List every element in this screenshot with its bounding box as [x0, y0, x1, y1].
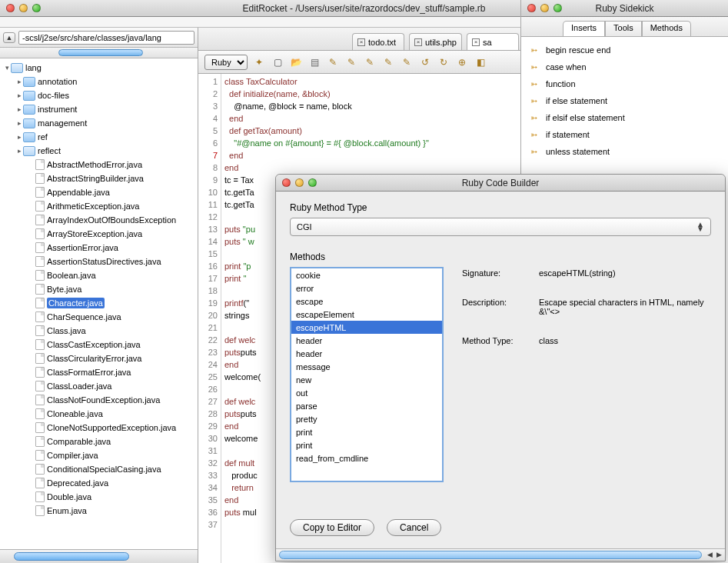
method-option[interactable]: read_from_cmdline	[291, 451, 442, 465]
tree-file[interactable]: Comparable.java	[0, 435, 198, 448]
tree-folder[interactable]: ▸doc-files	[0, 88, 198, 102]
tree-file[interactable]: ArithmeticException.java	[0, 199, 198, 213]
open-file-icon[interactable]: 📂	[289, 55, 303, 69]
tool-icon-1[interactable]: ✎	[326, 55, 340, 69]
path-up-button[interactable]: ▲	[3, 32, 15, 43]
tool-icon-2[interactable]: ✎	[344, 55, 358, 69]
method-option[interactable]: cookie	[291, 268, 442, 282]
method-option[interactable]: pretty	[291, 412, 442, 425]
tree-file[interactable]: ClassLoader.java	[0, 379, 198, 393]
sidekick-minimize-button[interactable]	[540, 4, 549, 12]
sidekick-insert-item[interactable]: ➳case when	[527, 58, 722, 75]
tree-file[interactable]: ArrayStoreException.java	[0, 227, 198, 241]
close-window-button[interactable]	[6, 4, 15, 12]
file-tree[interactable]: ▾lang▸annotation▸doc-files▸instrument▸ma…	[0, 58, 198, 549]
sidekick-insert-item[interactable]: ➳begin rescue end	[527, 42, 722, 58]
sidekick-insert-item[interactable]: ➳if else statement	[527, 92, 722, 109]
tree-file[interactable]: CloneNotSupportedException.java	[0, 421, 198, 435]
tree-file[interactable]: Byte.java	[0, 282, 198, 296]
tree-file[interactable]: Double.java	[0, 490, 198, 504]
insert-icon: ➳	[527, 95, 540, 106]
tool-icon-5[interactable]: ✎	[400, 55, 414, 69]
tree-file[interactable]: AbstractStringBuilder.java	[0, 172, 198, 185]
tree-file[interactable]: Character.java	[0, 296, 198, 310]
dialog-close-button[interactable]	[282, 178, 291, 187]
tree-folder[interactable]: ▸management	[0, 116, 198, 130]
close-tab-icon[interactable]: ×	[357, 38, 365, 46]
editor-tab[interactable]: ×utils.php	[409, 33, 462, 50]
sidekick-tab[interactable]: Tools	[605, 21, 642, 36]
dialog-minimize-button[interactable]	[295, 178, 304, 187]
method-option[interactable]: print	[291, 438, 442, 451]
cancel-button[interactable]: Cancel	[387, 519, 441, 536]
methods-listbox[interactable]: cookieerrorescapeescapeElementescapeHTML…	[290, 267, 444, 482]
sidekick-insert-item[interactable]: ➳unless statement	[527, 143, 722, 160]
method-option[interactable]: header	[291, 334, 442, 347]
method-option[interactable]: message	[291, 360, 442, 373]
insert-icon: ➳	[527, 129, 540, 140]
method-option[interactable]: parse	[291, 399, 442, 412]
sidekick-insert-item[interactable]: ➳if statement	[527, 126, 722, 143]
tree-folder[interactable]: ▸instrument	[0, 102, 198, 116]
tool-icon-7[interactable]: ↻	[437, 55, 450, 69]
tool-icon-9[interactable]: ◧	[474, 55, 487, 69]
tool-icon-4[interactable]: ✎	[381, 55, 395, 69]
tree-folder[interactable]: ▸annotation	[0, 75, 198, 88]
dialog-hscroll[interactable]: ◀ ▶	[276, 548, 725, 561]
path-scroll[interactable]	[0, 48, 198, 58]
tree-folder[interactable]: ▸ref	[0, 130, 198, 144]
tree-file[interactable]: CharSequence.java	[0, 310, 198, 324]
tree-file[interactable]: AbstractMethodError.java	[0, 158, 198, 172]
editor-tab[interactable]: ×todo.txt	[352, 33, 404, 50]
close-tab-icon[interactable]: ×	[414, 38, 422, 46]
method-option[interactable]: error	[291, 282, 442, 295]
tree-file[interactable]: ClassCastException.java	[0, 338, 198, 351]
tool-icon-3[interactable]: ✎	[363, 55, 377, 69]
minimize-window-button[interactable]	[19, 4, 28, 12]
method-option[interactable]: escapeElement	[291, 308, 442, 321]
sidekick-insert-item[interactable]: ➳if elsif else statement	[527, 109, 722, 126]
method-option[interactable]: out	[291, 386, 442, 399]
sidekick-zoom-button[interactable]	[553, 4, 562, 12]
save-file-icon[interactable]: ▤	[307, 55, 321, 69]
dialog-zoom-button[interactable]	[308, 178, 317, 187]
tree-file[interactable]: ArrayIndexOutOfBoundsException	[0, 213, 198, 227]
tree-file[interactable]: ConditionalSpecialCasing.java	[0, 462, 198, 476]
sidekick-close-button[interactable]	[527, 4, 536, 12]
path-input[interactable]	[18, 31, 194, 45]
close-tab-icon[interactable]: ×	[472, 38, 480, 46]
tree-file[interactable]: Appendable.java	[0, 185, 198, 199]
method-option[interactable]: new	[291, 373, 442, 386]
tree-file[interactable]: ClassNotFoundException.java	[0, 393, 198, 407]
wand-icon[interactable]: ✦	[252, 55, 266, 69]
tree-folder[interactable]: ▾lang	[0, 61, 198, 75]
new-file-icon[interactable]: ▢	[271, 55, 284, 69]
tool-icon-6[interactable]: ↺	[418, 55, 432, 69]
sidebar-hscroll[interactable]	[0, 549, 198, 563]
sidekick-insert-item[interactable]: ➳function	[527, 75, 722, 92]
method-option[interactable]: header	[291, 347, 442, 360]
method-type-select[interactable]: CGI ▲▼	[290, 218, 711, 236]
tree-file[interactable]: Compiler.java	[0, 448, 198, 462]
line-gutter: 1234567891011121314151617181920212223242…	[198, 74, 221, 563]
language-select[interactable]: Ruby	[204, 55, 248, 70]
tree-file[interactable]: Enum.java	[0, 504, 198, 518]
tree-file[interactable]: Class.java	[0, 324, 198, 338]
tree-file[interactable]: Cloneable.java	[0, 407, 198, 421]
method-option[interactable]: escapeHTML	[291, 321, 442, 334]
tree-folder[interactable]: ▸reflect	[0, 144, 198, 158]
tree-file[interactable]: ClassFormatError.java	[0, 365, 198, 379]
tree-file[interactable]: Boolean.java	[0, 268, 198, 282]
tree-file[interactable]: Deprecated.java	[0, 476, 198, 490]
editor-tab[interactable]: ×sa	[467, 33, 519, 50]
copy-to-editor-button[interactable]: Copy to Editor	[290, 519, 374, 536]
sidekick-tab[interactable]: Inserts	[563, 21, 605, 36]
method-option[interactable]: print	[291, 425, 442, 438]
tree-file[interactable]: AssertionError.java	[0, 241, 198, 255]
tree-file[interactable]: ClassCircularityError.java	[0, 351, 198, 365]
tree-file[interactable]: AssertionStatusDirectives.java	[0, 255, 198, 268]
zoom-window-button[interactable]	[32, 4, 41, 12]
method-option[interactable]: escape	[291, 295, 442, 308]
sidekick-tab[interactable]: Methods	[642, 21, 691, 36]
tool-icon-8[interactable]: ⊕	[455, 55, 469, 69]
